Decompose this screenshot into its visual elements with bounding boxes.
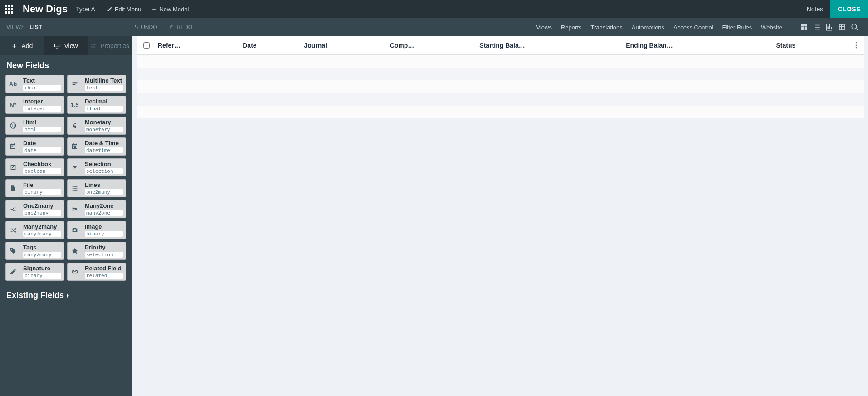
tags-icon [6,242,20,259]
edit-menu-link[interactable]: Edit Menu [107,6,141,13]
tab-view[interactable]: View [44,36,88,55]
toolbar-divider [163,23,163,32]
field-card-many2many[interactable]: Many2manymany2many [5,221,64,239]
field-tech: monetary [85,127,123,132]
select-all-checkbox[interactable] [143,42,150,49]
select-all-header[interactable] [137,36,153,55]
records-table: Refer…DateJournalComp…Starting Bala…Endi… [137,36,864,118]
toolbar-link-views[interactable]: Views [536,24,552,31]
field-card-float[interactable]: 1.5Decimalfloat [67,96,126,114]
field-label: Priority [85,244,123,250]
toolbar-link-filter[interactable]: Filter Rules [722,24,752,31]
plus-icon [11,43,18,49]
field-label: Text [23,78,61,83]
toolbar-link-access[interactable]: Access Control [673,24,713,31]
graph-view-icon[interactable] [825,23,834,31]
field-card-selection[interactable]: Priorityselection [67,242,126,260]
form-view-icon[interactable] [800,23,808,31]
image-icon [68,221,82,239]
top-header: New Digs Type A Edit Menu ＋ New Model No… [0,0,868,18]
view-toolbar: VIEWS LIST UNDO REDO Views Reports Trans… [0,18,868,36]
field-card-related[interactable]: Related Fieldrelated [67,263,126,281]
field-card-html[interactable]: Htmlhtml [5,117,64,135]
redo-icon [169,24,175,30]
related-field-icon [68,263,82,280]
table-row [137,80,864,93]
existing-fields-title[interactable]: Existing Fields [0,285,132,303]
model-name[interactable]: Type A [76,5,95,13]
field-tech: date [23,147,61,153]
field-card-many2many[interactable]: Tagsmany2many [5,242,64,260]
field-card-char[interactable]: AbTextchar [5,75,64,93]
field-label: Html [23,119,61,125]
app-title: New Digs [23,3,68,15]
field-tech: many2many [23,231,61,237]
selection-icon [68,159,82,176]
apps-icon[interactable] [5,5,15,14]
toolbar-link-translations[interactable]: Translations [591,24,623,31]
checkbox-icon [6,159,20,176]
pivot-view-icon[interactable] [838,23,846,31]
field-label: Image [85,224,123,230]
search-icon[interactable] [851,23,859,31]
column-header[interactable]: Ending Balan… [621,36,771,55]
field-label: Multiline Text [85,78,123,83]
table-row [137,106,864,118]
monitor-icon [54,43,60,49]
column-header[interactable]: Date [238,36,299,55]
list-view-icon[interactable] [813,23,821,31]
tab-properties: Properties [88,36,132,55]
notes-link[interactable]: Notes [800,0,831,18]
column-header[interactable]: Refer… [153,36,238,55]
many2many-icon [6,221,20,239]
field-card-text[interactable]: Multiline Texttext [67,75,126,93]
field-label: Many2one [85,203,123,209]
field-card-binary[interactable]: Imagebinary [67,221,126,239]
integer-icon: N° [6,96,20,113]
many2one-icon [68,200,82,218]
column-header[interactable]: Journal [299,36,385,55]
field-card-many2one[interactable]: Many2onemany2one [67,200,126,218]
lines-icon [68,180,82,197]
field-tech: one2many [23,210,61,216]
undo-button[interactable]: UNDO [133,24,157,30]
field-tech: many2one [85,210,123,216]
field-card-monetary[interactable]: Monetarymonetary [67,117,126,135]
field-card-binary[interactable]: Filebinary [5,179,64,197]
column-header[interactable]: Comp… [385,36,475,55]
field-card-one2many[interactable]: Linesone2many [67,179,126,197]
tab-add[interactable]: Add [0,36,44,55]
redo-button[interactable]: REDO [169,24,193,30]
column-header[interactable]: Status [771,36,848,55]
table-row [137,68,864,80]
kebab-icon[interactable]: ⋮ [853,42,860,49]
sidebar: Add View Properties New Fields AbTextcha… [0,36,132,396]
field-card-selection[interactable]: Selectionselection [67,158,126,176]
toolbar-link-reports[interactable]: Reports [561,24,582,31]
toolbar-link-automations[interactable]: Automations [632,24,664,31]
close-button[interactable]: CLOSE [830,0,868,18]
field-card-one2many[interactable]: One2manyone2many [5,200,64,218]
field-label: File [23,182,61,188]
field-label: Date & Time [85,140,123,146]
priority-icon [68,242,82,259]
toolbar-link-website[interactable]: Website [761,24,782,31]
field-card-integer[interactable]: N°Integerinteger [5,96,64,114]
new-model-link[interactable]: ＋ New Model [151,5,189,13]
field-card-binary[interactable]: Signaturebinary [5,263,64,281]
field-label: Lines [85,182,123,188]
field-tech: binary [23,189,61,195]
field-label: Related Field [85,265,123,271]
table-row [137,93,864,106]
list-canvas: Refer…DateJournalComp…Starting Bala…Endi… [132,36,868,396]
one2many-icon [6,200,20,218]
column-menu[interactable]: ⋮ [848,36,864,55]
field-tech: related [85,273,123,279]
field-card-boolean[interactable]: Checkboxboolean [5,158,64,176]
field-tech: boolean [23,168,61,174]
field-card-datetime[interactable]: Date & Timedatetime [67,137,126,156]
plus-icon: ＋ [151,5,157,13]
column-header[interactable]: Starting Bala… [475,36,621,55]
field-card-date[interactable]: Datedate [5,137,64,156]
field-label: Monetary [85,119,123,125]
